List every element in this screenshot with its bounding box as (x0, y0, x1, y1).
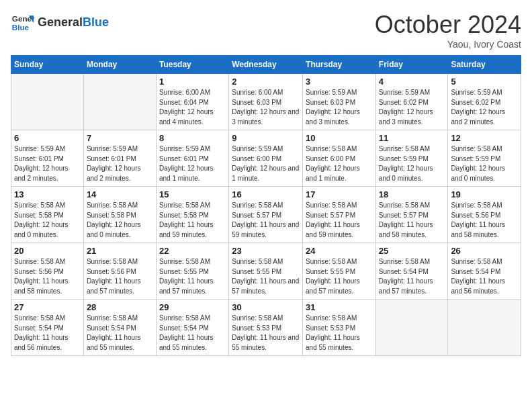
day-number: 12 (451, 133, 518, 143)
day-info: Sunrise: 5:58 AM Sunset: 5:57 PM Dayligh… (232, 201, 300, 240)
day-number: 25 (379, 246, 445, 256)
day-number: 19 (451, 189, 518, 199)
day-number: 27 (14, 302, 81, 312)
calendar-cell: 24Sunrise: 5:58 AM Sunset: 5:55 PM Dayli… (303, 243, 376, 300)
day-info: Sunrise: 5:58 AM Sunset: 5:58 PM Dayligh… (87, 201, 153, 240)
calendar-cell: 25Sunrise: 5:58 AM Sunset: 5:54 PM Dayli… (375, 243, 448, 300)
calendar-cell: 1Sunrise: 6:00 AM Sunset: 6:04 PM Daylig… (156, 74, 228, 130)
day-number: 26 (451, 246, 518, 256)
day-number: 22 (159, 246, 226, 256)
day-info: Sunrise: 5:58 AM Sunset: 5:59 PM Dayligh… (379, 144, 445, 183)
day-number: 17 (306, 189, 373, 199)
svg-text:Blue: Blue (12, 23, 30, 32)
day-info: Sunrise: 5:58 AM Sunset: 5:57 PM Dayligh… (379, 201, 445, 240)
calendar-cell: 19Sunrise: 5:58 AM Sunset: 5:56 PM Dayli… (448, 187, 521, 243)
calendar-cell: 3Sunrise: 5:59 AM Sunset: 6:03 PM Daylig… (303, 74, 376, 130)
page-header: General Blue GeneralBlue October 2024 Ya… (11, 11, 521, 50)
weekday-header-monday: Monday (83, 56, 156, 74)
day-info: Sunrise: 5:59 AM Sunset: 6:01 PM Dayligh… (14, 144, 81, 183)
day-number: 7 (87, 133, 153, 143)
day-info: Sunrise: 5:59 AM Sunset: 6:03 PM Dayligh… (306, 88, 373, 127)
day-info: Sunrise: 5:59 AM Sunset: 6:02 PM Dayligh… (379, 88, 445, 127)
calendar-week-row: 20Sunrise: 5:58 AM Sunset: 5:56 PM Dayli… (11, 243, 521, 300)
day-number: 10 (306, 133, 373, 143)
location-subtitle: Yaou, Ivory Coast (375, 39, 521, 50)
day-number: 1 (159, 77, 226, 87)
day-number: 13 (14, 189, 81, 199)
day-info: Sunrise: 6:00 AM Sunset: 6:03 PM Dayligh… (232, 88, 300, 127)
calendar-cell: 31Sunrise: 5:58 AM Sunset: 5:53 PM Dayli… (303, 300, 376, 356)
day-number: 31 (306, 302, 373, 312)
calendar-cell: 26Sunrise: 5:58 AM Sunset: 5:54 PM Dayli… (448, 243, 521, 300)
day-info: Sunrise: 5:58 AM Sunset: 5:53 PM Dayligh… (306, 314, 373, 353)
day-info: Sunrise: 5:58 AM Sunset: 5:53 PM Dayligh… (232, 314, 300, 353)
calendar-cell (448, 300, 521, 356)
day-info: Sunrise: 5:58 AM Sunset: 5:55 PM Dayligh… (232, 257, 300, 296)
day-number: 4 (379, 77, 445, 87)
month-year-title: October 2024 (375, 11, 521, 39)
calendar-cell: 23Sunrise: 5:58 AM Sunset: 5:55 PM Dayli… (229, 243, 303, 300)
day-info: Sunrise: 5:58 AM Sunset: 5:59 PM Dayligh… (451, 144, 518, 183)
day-info: Sunrise: 6:00 AM Sunset: 6:04 PM Dayligh… (159, 88, 226, 127)
day-number: 9 (232, 133, 300, 143)
calendar-cell: 30Sunrise: 5:58 AM Sunset: 5:53 PM Dayli… (229, 300, 303, 356)
calendar-cell (83, 74, 156, 130)
calendar-cell: 12Sunrise: 5:58 AM Sunset: 5:59 PM Dayli… (448, 130, 521, 187)
calendar-cell (375, 300, 448, 356)
weekday-header-thursday: Thursday (303, 56, 376, 74)
day-number: 5 (451, 77, 518, 87)
day-info: Sunrise: 5:58 AM Sunset: 5:56 PM Dayligh… (451, 201, 518, 240)
calendar-table: SundayMondayTuesdayWednesdayThursdayFrid… (11, 55, 521, 356)
calendar-cell: 4Sunrise: 5:59 AM Sunset: 6:02 PM Daylig… (375, 74, 448, 130)
day-number: 20 (14, 246, 81, 256)
day-info: Sunrise: 5:58 AM Sunset: 5:58 PM Dayligh… (14, 201, 81, 240)
day-number: 21 (87, 246, 153, 256)
weekday-header-tuesday: Tuesday (156, 56, 228, 74)
day-number: 29 (159, 302, 226, 312)
day-number: 30 (232, 302, 300, 312)
calendar-week-row: 13Sunrise: 5:58 AM Sunset: 5:58 PM Dayli… (11, 187, 521, 243)
calendar-cell: 15Sunrise: 5:58 AM Sunset: 5:58 PM Dayli… (156, 187, 228, 243)
day-number: 8 (159, 133, 226, 143)
calendar-cell: 6Sunrise: 5:59 AM Sunset: 6:01 PM Daylig… (11, 130, 84, 187)
calendar-cell: 16Sunrise: 5:58 AM Sunset: 5:57 PM Dayli… (229, 187, 303, 243)
calendar-cell: 17Sunrise: 5:58 AM Sunset: 5:57 PM Dayli… (303, 187, 376, 243)
day-info: Sunrise: 5:58 AM Sunset: 6:00 PM Dayligh… (306, 144, 373, 183)
calendar-cell (11, 74, 84, 130)
calendar-cell: 14Sunrise: 5:58 AM Sunset: 5:58 PM Dayli… (83, 187, 156, 243)
day-number: 15 (159, 189, 226, 199)
day-number: 2 (232, 77, 300, 87)
day-info: Sunrise: 5:58 AM Sunset: 5:55 PM Dayligh… (159, 257, 226, 296)
day-number: 3 (306, 77, 373, 87)
day-info: Sunrise: 5:59 AM Sunset: 6:01 PM Dayligh… (159, 144, 226, 183)
calendar-cell: 22Sunrise: 5:58 AM Sunset: 5:55 PM Dayli… (156, 243, 228, 300)
calendar-cell: 10Sunrise: 5:58 AM Sunset: 6:00 PM Dayli… (303, 130, 376, 187)
calendar-cell: 13Sunrise: 5:58 AM Sunset: 5:58 PM Dayli… (11, 187, 84, 243)
day-info: Sunrise: 5:58 AM Sunset: 5:54 PM Dayligh… (379, 257, 445, 296)
calendar-cell: 7Sunrise: 5:59 AM Sunset: 6:01 PM Daylig… (83, 130, 156, 187)
calendar-week-row: 6Sunrise: 5:59 AM Sunset: 6:01 PM Daylig… (11, 130, 521, 187)
day-info: Sunrise: 5:58 AM Sunset: 5:55 PM Dayligh… (306, 257, 373, 296)
day-info: Sunrise: 5:58 AM Sunset: 5:57 PM Dayligh… (306, 201, 373, 240)
day-info: Sunrise: 5:59 AM Sunset: 6:00 PM Dayligh… (232, 144, 300, 183)
day-number: 18 (379, 189, 445, 199)
logo: General Blue GeneralBlue (11, 11, 109, 35)
day-info: Sunrise: 5:59 AM Sunset: 6:02 PM Dayligh… (451, 88, 518, 127)
calendar-cell: 5Sunrise: 5:59 AM Sunset: 6:02 PM Daylig… (448, 74, 521, 130)
calendar-cell: 29Sunrise: 5:58 AM Sunset: 5:54 PM Dayli… (156, 300, 228, 356)
day-number: 24 (306, 246, 373, 256)
calendar-cell: 8Sunrise: 5:59 AM Sunset: 6:01 PM Daylig… (156, 130, 228, 187)
calendar-week-row: 1Sunrise: 6:00 AM Sunset: 6:04 PM Daylig… (11, 74, 521, 130)
calendar-cell: 20Sunrise: 5:58 AM Sunset: 5:56 PM Dayli… (11, 243, 84, 300)
day-info: Sunrise: 5:58 AM Sunset: 5:56 PM Dayligh… (87, 257, 153, 296)
day-info: Sunrise: 5:59 AM Sunset: 6:01 PM Dayligh… (87, 144, 153, 183)
weekday-header-friday: Friday (375, 56, 448, 74)
calendar-cell: 28Sunrise: 5:58 AM Sunset: 5:54 PM Dayli… (83, 300, 156, 356)
weekday-header-wednesday: Wednesday (229, 56, 303, 74)
calendar-cell: 11Sunrise: 5:58 AM Sunset: 5:59 PM Dayli… (375, 130, 448, 187)
day-number: 14 (87, 189, 153, 199)
logo-text: GeneralBlue (38, 16, 109, 30)
day-number: 28 (87, 302, 153, 312)
day-info: Sunrise: 5:58 AM Sunset: 5:58 PM Dayligh… (159, 201, 226, 240)
day-info: Sunrise: 5:58 AM Sunset: 5:54 PM Dayligh… (14, 314, 81, 353)
